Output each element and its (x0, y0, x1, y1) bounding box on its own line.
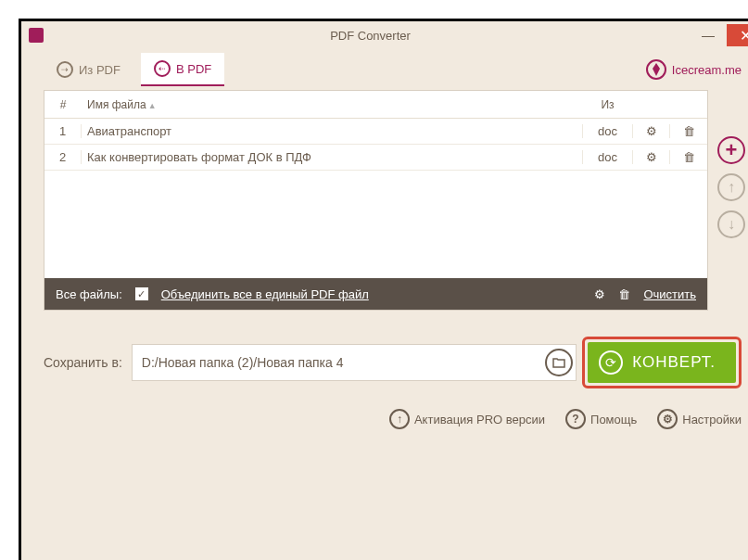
col-filename[interactable]: Имя файла▲ (82, 98, 582, 111)
tab-to-pdf[interactable]: ⇠ В PDF (141, 53, 224, 86)
row-delete-button[interactable]: 🗑 (670, 124, 707, 138)
convert-highlight: ⟳ КОНВЕРТ. (582, 337, 742, 388)
to-pdf-icon: ⇠ (154, 60, 171, 77)
arrow-up-icon: ↑ (389, 409, 410, 429)
all-files-label: Все файлы: (56, 287, 122, 301)
icecream-icon (646, 59, 666, 80)
row-settings-button[interactable]: ⚙ (633, 124, 670, 138)
toolbar: ⇢ Из PDF ⇠ В PDF Icecream.me (21, 49, 748, 90)
table-empty-area[interactable] (44, 171, 707, 278)
icecream-link[interactable]: Icecream.me (646, 59, 742, 80)
file-table: # Имя файла▲ Из 1 Авиатранспорт doc ⚙ 🗑 … (44, 90, 708, 311)
row-from: doc (582, 124, 633, 138)
pro-label: Активация PRO версии (414, 413, 545, 426)
main-area: # Имя файла▲ Из 1 Авиатранспорт doc ⚙ 🗑 … (21, 90, 748, 311)
tab-from-pdf[interactable]: ⇢ Из PDF (44, 54, 133, 85)
close-button[interactable]: ✕ (727, 24, 748, 46)
help-label: Помощь (590, 413, 637, 426)
merge-checkbox[interactable]: ✓ (135, 287, 148, 300)
settings-label: Настройки (682, 413, 742, 426)
row-settings-button[interactable]: ⚙ (633, 150, 670, 164)
row-number: 1 (44, 124, 82, 138)
footer-settings-button[interactable]: ⚙ (594, 287, 605, 301)
row-number: 2 (44, 150, 82, 164)
table-row[interactable]: 1 Авиатранспорт doc ⚙ 🗑 (44, 119, 707, 145)
gear-icon: ⚙ (657, 409, 678, 429)
icecream-label: Icecream.me (672, 63, 742, 77)
folder-icon (552, 357, 565, 368)
table-header: # Имя файла▲ Из (44, 91, 707, 119)
merge-link[interactable]: Объединить все в единый PDF файл (161, 287, 369, 301)
app-window: PDF Converter — ✕ ⇢ Из PDF ⇠ В PDF Icecr… (19, 19, 748, 560)
question-icon: ? (565, 409, 586, 429)
save-path-input[interactable]: D:/Новая папка (2)/Новая папка 4 (132, 344, 577, 381)
window-title: PDF Converter (51, 29, 690, 43)
table-row[interactable]: 2 Как конвертировать формат ДОК в ПДФ do… (44, 145, 707, 171)
save-row: Сохранить в: D:/Новая папка (2)/Новая па… (21, 311, 748, 400)
settings-link[interactable]: ⚙ Настройки (657, 409, 742, 429)
row-filename: Авиатранспорт (82, 124, 582, 138)
move-up-button[interactable]: ↑ (717, 173, 745, 201)
minimize-button[interactable]: — (690, 24, 727, 46)
titlebar: PDF Converter — ✕ (21, 21, 748, 49)
convert-label: КОНВЕРТ. (632, 353, 716, 372)
side-buttons: + ↑ ↓ (717, 136, 745, 238)
row-filename: Как конвертировать формат ДОК в ПДФ (82, 150, 582, 164)
convert-button[interactable]: ⟳ КОНВЕРТ. (588, 342, 736, 383)
app-icon (29, 28, 44, 43)
move-down-button[interactable]: ↓ (717, 210, 745, 238)
tab-to-pdf-label: В PDF (176, 62, 211, 76)
sort-asc-icon: ▲ (148, 101, 157, 110)
col-from[interactable]: Из (582, 98, 633, 111)
refresh-icon: ⟳ (599, 350, 623, 375)
add-file-button[interactable]: + (717, 136, 745, 164)
tab-from-pdf-label: Из PDF (79, 63, 120, 77)
trash-icon: 🗑 (618, 287, 630, 301)
bottom-links: ↑ Активация PRO версии ? Помощь ⚙ Настро… (21, 400, 748, 429)
save-label: Сохранить в: (44, 355, 122, 370)
pro-link[interactable]: ↑ Активация PRO версии (389, 409, 545, 429)
help-link[interactable]: ? Помощь (565, 409, 637, 429)
row-delete-button[interactable]: 🗑 (670, 150, 707, 164)
table-footer: Все файлы: ✓ Объединить все в единый PDF… (44, 278, 707, 310)
clear-link[interactable]: Очистить (643, 287, 696, 301)
col-number[interactable]: # (44, 98, 82, 111)
save-path-value: D:/Новая папка (2)/Новая папка 4 (142, 355, 344, 370)
row-from: doc (582, 150, 633, 164)
from-pdf-icon: ⇢ (57, 61, 73, 78)
